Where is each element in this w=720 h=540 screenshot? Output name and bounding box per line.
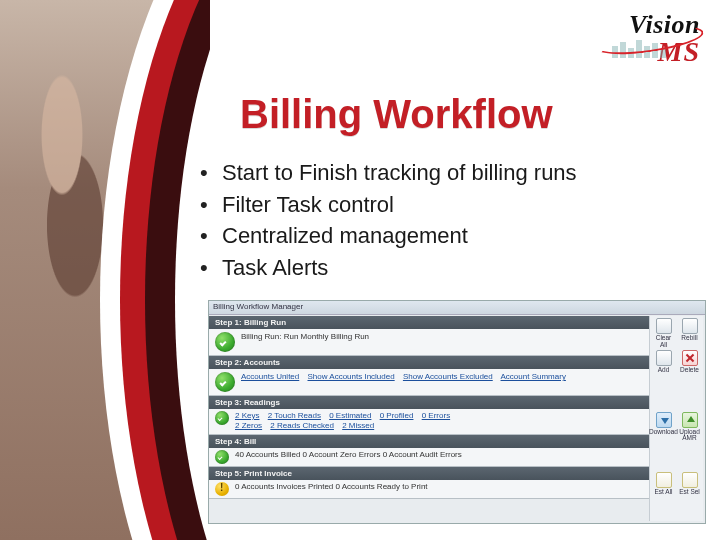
bullet-item: Start to Finish tracking of billing runs <box>200 158 577 188</box>
bullet-item: Centralized management <box>200 221 577 251</box>
add-button[interactable]: Add <box>653 350 675 374</box>
download-icon <box>656 412 672 428</box>
clear-icon <box>656 318 672 334</box>
rebill-icon <box>682 318 698 334</box>
check-icon <box>215 372 235 392</box>
embedded-screenshot: Billing Workflow Manager Step 1: Billing… <box>208 300 706 524</box>
step-link[interactable]: 0 Profiled <box>380 411 414 420</box>
upload-amr-button[interactable]: Upload AMR <box>679 412 701 442</box>
check-icon <box>215 332 235 352</box>
doc-icon <box>656 472 672 488</box>
brand-logo: Vision MS <box>629 10 700 68</box>
step-sublinks: 2 Zeros 2 Reads Checked 2 Missed <box>235 421 456 431</box>
upload-icon <box>682 412 698 428</box>
bullet-item: Task Alerts <box>200 253 577 283</box>
step-links: 2 Keys 2 Touch Reads 0 Estimated 0 Profi… <box>235 411 456 421</box>
doc-icon <box>682 472 698 488</box>
delete-icon <box>682 350 698 366</box>
step-link[interactable]: 0 Estimated <box>329 411 371 420</box>
step-link[interactable]: 2 Reads Checked <box>270 421 334 430</box>
step-link[interactable]: 2 Missed <box>342 421 374 430</box>
step-link[interactable]: 2 Keys <box>235 411 259 420</box>
est-all-button[interactable]: Est All <box>653 472 675 496</box>
step-title: Step 1: Billing Run <box>209 316 649 329</box>
screenshot-window-title: Billing Workflow Manager <box>209 301 705 315</box>
step-link[interactable]: Show Accounts Excluded <box>403 372 493 381</box>
workflow-step: Step 4: Bill 40 Accounts Billed 0 Accoun… <box>209 435 649 467</box>
step-text: Billing Run: Run Monthly Billing Run <box>241 332 369 341</box>
logo-text-ms: MS <box>629 36 700 68</box>
check-icon <box>215 411 229 425</box>
step-link[interactable]: Show Accounts Included <box>308 372 395 381</box>
step-title: Step 5: Print Invoice <box>209 467 649 480</box>
step-text: 0 Accounts Invoices Printed 0 Accounts R… <box>235 482 428 491</box>
workflow-step: Step 1: Billing Run Billing Run: Run Mon… <box>209 316 649 356</box>
step-link[interactable]: 2 Zeros <box>235 421 262 430</box>
download-button[interactable]: Download <box>653 412 675 442</box>
est-sel-button[interactable]: Est Sel <box>679 472 701 496</box>
add-icon <box>656 350 672 366</box>
step-title: Step 3: Readings <box>209 396 649 409</box>
step-title: Step 2: Accounts <box>209 356 649 369</box>
check-icon <box>215 450 229 464</box>
bullet-item: Filter Task control <box>200 190 577 220</box>
workflow-step: Step 2: Accounts Accounts United Show Ac… <box>209 356 649 396</box>
step-link[interactable]: 0 Errors <box>422 411 450 420</box>
step-text: 40 Accounts Billed 0 Account Zero Errors… <box>235 450 462 459</box>
step-link[interactable]: Account Summary <box>501 372 566 381</box>
bullet-list: Start to Finish tracking of billing runs… <box>200 158 577 285</box>
delete-button[interactable]: Delete <box>679 350 701 374</box>
slide-title: Billing Workflow <box>240 92 553 137</box>
step-link[interactable]: 2 Touch Reads <box>268 411 321 420</box>
clear-all-button[interactable]: Clear All <box>653 318 675 348</box>
workflow-step: Step 5: Print Invoice 0 Accounts Invoice… <box>209 467 649 499</box>
step-title: Step 4: Bill <box>209 435 649 448</box>
rebill-button[interactable]: Rebill <box>679 318 701 348</box>
slide-left-graphic <box>0 0 210 540</box>
workflow-step: Step 3: Readings 2 Keys 2 Touch Reads 0 … <box>209 396 649 435</box>
step-links: Accounts United Show Accounts Included S… <box>241 372 572 382</box>
action-rail: Clear All Rebill Add Delete Download Upl… <box>649 316 703 521</box>
warning-icon <box>215 482 229 496</box>
step-link[interactable]: Accounts United <box>241 372 299 381</box>
